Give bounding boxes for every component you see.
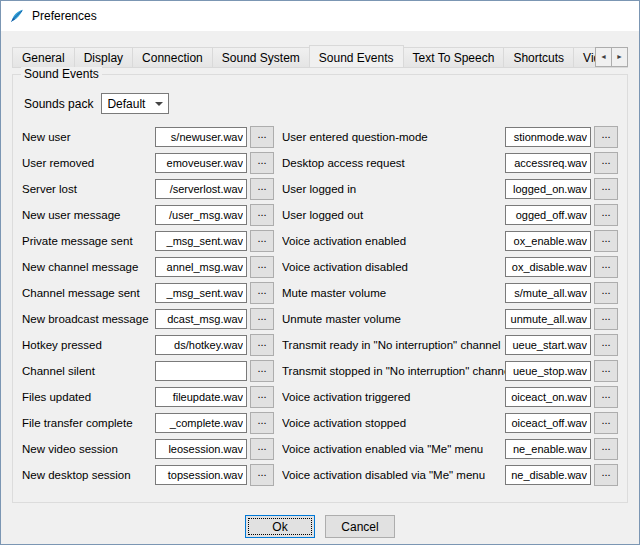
sound-file-input[interactable]: [155, 257, 247, 277]
sound-event-label: File transfer complete: [22, 417, 155, 429]
sound-event-label: New video session: [22, 443, 155, 455]
sound-file-input[interactable]: [155, 179, 247, 199]
browse-button[interactable]: ...: [594, 204, 618, 226]
sound-file-input[interactable]: [155, 439, 247, 459]
browse-button[interactable]: ...: [594, 178, 618, 200]
tab-shortcuts[interactable]: Shortcuts: [503, 47, 574, 68]
sound-event-row: Channel message sent...: [22, 280, 274, 306]
cancel-button[interactable]: Cancel: [325, 515, 395, 538]
sound-file-input[interactable]: [155, 205, 247, 225]
browse-button[interactable]: ...: [250, 438, 274, 460]
sound-file-input[interactable]: [505, 387, 591, 407]
sounds-pack-select[interactable]: Default: [101, 93, 169, 114]
browse-button[interactable]: ...: [250, 334, 274, 356]
tab-sound-system[interactable]: Sound System: [212, 47, 310, 68]
sound-file-input[interactable]: [155, 335, 247, 355]
browse-button[interactable]: ...: [250, 282, 274, 304]
sound-file-input[interactable]: [505, 179, 591, 199]
sound-event-row: Files updated...: [22, 384, 274, 410]
sound-file-input[interactable]: [505, 335, 591, 355]
browse-button[interactable]: ...: [250, 412, 274, 434]
sound-file-input[interactable]: [505, 283, 591, 303]
title-bar[interactable]: Preferences: [1, 1, 639, 31]
browse-button[interactable]: ...: [250, 152, 274, 174]
browse-button[interactable]: ...: [594, 412, 618, 434]
sound-file-input[interactable]: [155, 127, 247, 147]
sound-event-label: Voice activation enabled via "Me" menu: [282, 443, 505, 455]
sound-file-input[interactable]: [505, 361, 591, 381]
sound-event-label: Server lost: [22, 183, 155, 195]
browse-button[interactable]: ...: [594, 126, 618, 148]
browse-button[interactable]: ...: [250, 256, 274, 278]
groupbox-legend: Sound Events: [21, 67, 102, 81]
browse-button[interactable]: ...: [250, 178, 274, 200]
sound-file-input[interactable]: [155, 387, 247, 407]
browse-button[interactable]: ...: [250, 308, 274, 330]
browse-button[interactable]: ...: [594, 360, 618, 382]
sounds-pack-label: Sounds pack: [24, 97, 93, 111]
browse-button[interactable]: ...: [250, 360, 274, 382]
browse-button[interactable]: ...: [594, 334, 618, 356]
sound-event-columns: New user...User removed...Server lost...…: [22, 124, 618, 488]
browse-button[interactable]: ...: [594, 438, 618, 460]
sound-event-label: Transmit ready in "No interruption" chan…: [282, 339, 505, 351]
sound-file-input[interactable]: [505, 439, 591, 459]
sound-file-input[interactable]: [505, 309, 591, 329]
sound-event-row: Transmit stopped in "No interruption" ch…: [282, 358, 618, 384]
tab-scrollers: ◄ ►: [595, 47, 628, 67]
sound-event-label: Voice activation enabled: [282, 235, 505, 247]
sound-file-input[interactable]: [155, 231, 247, 251]
app-icon: [9, 8, 25, 24]
tab-display[interactable]: Display: [74, 47, 133, 68]
ok-button[interactable]: Ok: [245, 515, 315, 538]
tab-scroll-right-icon: ►: [616, 53, 623, 60]
tab-connection[interactable]: Connection: [132, 47, 213, 68]
browse-button[interactable]: ...: [594, 308, 618, 330]
sound-event-row: Hotkey pressed...: [22, 332, 274, 358]
sound-event-label: User removed: [22, 157, 155, 169]
sound-file-input[interactable]: [505, 127, 591, 147]
sound-event-label: User logged in: [282, 183, 505, 195]
sound-event-row: User logged out...: [282, 202, 618, 228]
sound-file-input[interactable]: [155, 361, 247, 381]
browse-button[interactable]: ...: [594, 464, 618, 486]
tab-scroll-left-button[interactable]: ◄: [595, 47, 612, 67]
sound-file-input[interactable]: [505, 257, 591, 277]
sound-event-label: Private message sent: [22, 235, 155, 247]
browse-button[interactable]: ...: [250, 464, 274, 486]
sound-file-input[interactable]: [505, 413, 591, 433]
tab-general[interactable]: General: [12, 47, 75, 68]
sound-event-label: Unmute master volume: [282, 313, 505, 325]
sound-event-row: Mute master volume...: [282, 280, 618, 306]
tab-text-to-speech[interactable]: Text To Speech: [403, 47, 505, 68]
browse-button[interactable]: ...: [250, 126, 274, 148]
sound-file-input[interactable]: [155, 413, 247, 433]
sound-file-input[interactable]: [155, 153, 247, 173]
browse-button[interactable]: ...: [250, 386, 274, 408]
browse-button[interactable]: ...: [594, 282, 618, 304]
browse-button[interactable]: ...: [594, 386, 618, 408]
chevron-down-icon: [155, 102, 163, 106]
tab-sound-events[interactable]: Sound Events: [309, 45, 404, 68]
sound-file-input[interactable]: [505, 465, 591, 485]
sound-file-input[interactable]: [155, 465, 247, 485]
sound-event-label: User logged out: [282, 209, 505, 221]
tab-scroll-right-button[interactable]: ►: [611, 47, 628, 67]
sound-event-label: Hotkey pressed: [22, 339, 155, 351]
dialog-content: GeneralDisplayConnectionSound SystemSoun…: [1, 31, 639, 538]
browse-button[interactable]: ...: [250, 204, 274, 226]
sound-file-input[interactable]: [155, 283, 247, 303]
sound-event-row: User entered question-mode...: [282, 124, 618, 150]
sound-file-input[interactable]: [505, 205, 591, 225]
sound-file-input[interactable]: [505, 231, 591, 251]
sound-file-input[interactable]: [505, 153, 591, 173]
browse-button[interactable]: ...: [594, 230, 618, 252]
browse-button[interactable]: ...: [594, 256, 618, 278]
sound-file-input[interactable]: [155, 309, 247, 329]
sound-event-row: Server lost...: [22, 176, 274, 202]
sound-event-row: Voice activation enabled via "Me" menu..…: [282, 436, 618, 462]
sound-events-groupbox: Sound Events Sounds pack Default New use…: [12, 74, 628, 503]
browse-button[interactable]: ...: [594, 152, 618, 174]
browse-button[interactable]: ...: [250, 230, 274, 252]
sound-event-label: Mute master volume: [282, 287, 505, 299]
